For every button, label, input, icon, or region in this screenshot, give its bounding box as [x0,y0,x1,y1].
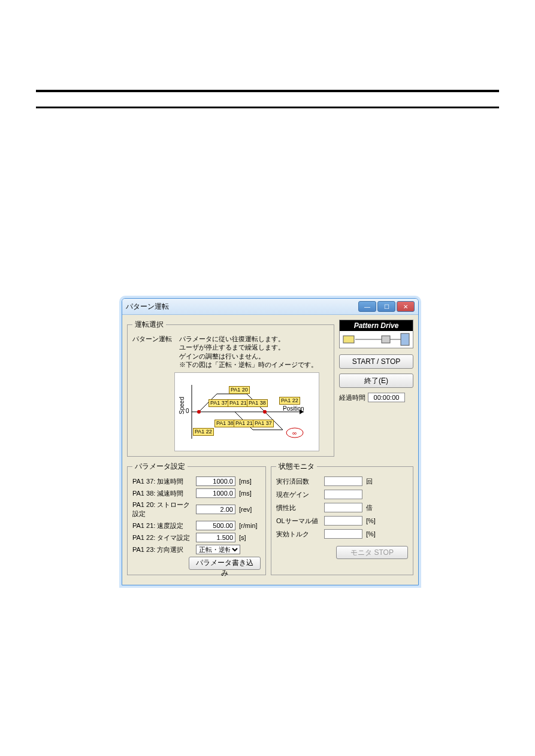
status-monitor-legend: 状態モニタ [276,462,317,472]
speed-input[interactable] [196,521,235,530]
monitor-row: OLサーマル値 [%] [276,516,408,526]
pa1-22-box: PA1 22 [279,397,300,405]
mode-label: パターン運転 [132,335,174,369]
direction-select[interactable]: 正転・逆転 [196,545,240,554]
pa1-22-box-b: PA1 22 [193,428,214,436]
write-params-button[interactable]: パラメータ書き込み [189,557,261,570]
pa1-37-box: PA1 37 [208,399,229,407]
exit-button[interactable]: 終了(E) [339,374,413,388]
operation-select-group: 運転選択 パターン運転 パラメータに従い往復運転します。 ユーザが停止するまで繰… [127,320,334,457]
param-row: PA1 23: 方向選択 正転・逆転 [132,545,261,554]
close-button[interactable]: ✕ [397,301,415,312]
pa1-21-box: PA1 21 [228,399,249,407]
monitor-row: 実行済回数 回 [276,476,408,486]
titlebar[interactable]: パターン運転 — ☐ ✕ [122,299,418,315]
dialog-window: パターン運転 — ☐ ✕ 運転選択 パターン運転 パラメータに従い往復運転します… [122,298,419,585]
pa1-38-box: PA1 38 [247,399,268,407]
decel-time-input[interactable] [196,488,235,498]
diagram-svg: ∞ [175,373,319,451]
param-row: PA1 37: 加速時間 [ms] [132,476,261,486]
current-gain-value [324,490,362,499]
elapsed-value [368,393,405,402]
mode-description: パラメータに従い往復運転します。 ユーザが停止するまで繰返します。 ゲインの調整… [179,335,318,369]
svg-point-4 [263,410,267,414]
param-row: PA1 38: 減速時間 [ms] [132,488,261,498]
svg-rect-11 [401,333,409,345]
param-row: PA1 21: 速度設定 [r/min] [132,521,261,530]
monitor-row: 実効トルク [%] [276,529,408,539]
ol-thermal-value [324,516,362,526]
operation-select-legend: 運転選択 [132,320,166,330]
position-axis-label: Position [283,405,304,412]
minimize-button[interactable]: — [358,301,376,312]
rule-top [36,90,499,92]
rule-bottom [36,107,499,108]
inertia-ratio-value [324,503,362,512]
monitor-row: 慣性比 倍 [276,503,408,512]
speed-axis-label: Speed [179,397,185,414]
param-row: PA1 20: ストローク設定 [rev] [132,500,261,518]
brand-box: Pattern Drive [339,320,413,348]
status-monitor-group: 状態モニタ 実行済回数 回 現在ゲイン 慣性比 倍 OLサーマル [271,462,413,575]
svg-text:∞: ∞ [292,430,297,436]
effective-torque-value [324,529,362,539]
window-title: パターン運転 [126,302,358,312]
monitor-row: 現在ゲイン [276,490,408,499]
svg-rect-7 [343,336,354,343]
param-row: PA1 22: タイマ設定 [s] [132,533,261,542]
parameter-group: パラメータ設定 PA1 37: 加速時間 [ms] PA1 38: 減速時間 [… [127,462,266,575]
pattern-diagram: ∞ Speed Position 0 PA1 20 PA1 37 PA1 21 … [174,372,319,451]
pa1-38-box-b: PA1 38 [214,420,235,427]
monitor-stop-button[interactable]: モニタ STOP [336,546,408,559]
accel-time-input[interactable] [196,476,235,486]
pa1-37-box-b: PA1 37 [253,420,274,427]
elapsed-label: 経過時間 [339,393,365,402]
stroke-input[interactable] [196,505,235,514]
maximize-button[interactable]: ☐ [377,301,395,312]
svg-point-3 [197,410,201,414]
start-stop-button[interactable]: START / STOP [339,354,413,369]
parameter-legend: パラメータ設定 [132,462,188,472]
brand-title: Pattern Drive [340,320,413,331]
pa1-21-box-b: PA1 21 [234,420,255,427]
svg-rect-9 [382,336,390,343]
timer-input[interactable] [196,533,235,542]
exec-count-value [324,476,362,486]
brand-illustration [340,331,413,347]
pa1-20-box: PA1 20 [229,386,250,394]
zero-label: 0 [186,408,189,414]
